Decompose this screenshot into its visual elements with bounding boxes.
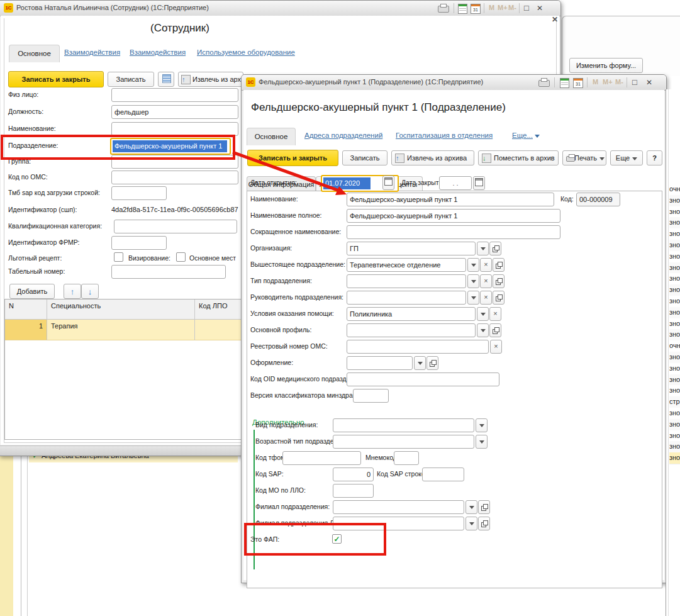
department-window-titlebar[interactable]: 1С Фельдшерско-акушерный пункт 1 (Подраз…: [242, 75, 666, 91]
calendar-icon[interactable]: 31: [573, 78, 583, 88]
field-input[interactable]: [111, 236, 167, 250]
help-button[interactable]: ?: [647, 150, 662, 165]
list-row-fragment[interactable]: зно: [669, 408, 680, 420]
open-icon-button[interactable]: [489, 242, 501, 255]
list-row-fragment[interactable]: зно: [669, 430, 680, 442]
department-tab-1[interactable]: Адреса подразделений: [304, 132, 382, 139]
employee-tab-0[interactable]: Основное: [9, 45, 60, 62]
field-input[interactable]: Фельдшерско-акушерный пункт 1: [347, 209, 560, 223]
code-field[interactable]: 00-000009: [576, 193, 620, 206]
close-date-field[interactable]: . .: [439, 176, 472, 190]
print-icon[interactable]: [538, 80, 550, 87]
column-header[interactable]: Специальность: [47, 300, 195, 320]
list-row-fragment[interactable]: зно: [669, 296, 680, 308]
list-row-fragment[interactable]: зно: [669, 228, 680, 240]
list-row-fragment[interactable]: зно: [669, 385, 680, 397]
field-input[interactable]: [333, 484, 374, 498]
memory-m-icon[interactable]: M: [489, 4, 494, 11]
open-icon-button[interactable]: [493, 291, 504, 305]
underlay-selected-row[interactable]: ✓ Андреева Екатерина Витальевна: [29, 456, 238, 462]
print-icon[interactable]: [438, 6, 449, 13]
benefit-recipe-checkbox[interactable]: [114, 252, 123, 262]
employee-tab-2[interactable]: Взаимодействия: [130, 48, 186, 56]
field-input[interactable]: [347, 356, 413, 370]
memory-mplus-icon[interactable]: M+: [603, 78, 613, 86]
calendar-icon-button[interactable]: [473, 176, 485, 190]
list-row-fragment[interactable]: зно: [669, 240, 680, 252]
list-row-fragment[interactable]: зно: [669, 217, 680, 229]
department-tab-0[interactable]: Основное: [247, 128, 296, 145]
open-icon-button[interactable]: [493, 274, 504, 288]
calculator-icon[interactable]: [560, 78, 569, 88]
department-tab-2[interactable]: Госпитализация в отделения: [396, 132, 493, 139]
calendar-icon[interactable]: 31: [471, 4, 481, 14]
dd-icon-button[interactable]: [477, 242, 489, 255]
dd-icon-button[interactable]: [465, 517, 477, 530]
open-date-field-focused[interactable]: 01.07.2020: [321, 175, 399, 192]
stack-icon-button[interactable]: [158, 72, 174, 87]
save-close-button[interactable]: Записать и закрыть: [8, 71, 104, 87]
open-icon-button[interactable]: [493, 258, 504, 272]
extract-archive-button[interactable]: ↑ Извлечь из архива: [391, 150, 474, 165]
save-close-button[interactable]: Записать и закрыть: [247, 150, 338, 166]
field-input[interactable]: [333, 435, 474, 449]
field-input[interactable]: [114, 220, 237, 233]
put-archive-button[interactable]: ↓ Поместить в архив: [478, 150, 559, 165]
table-row-cell[interactable]: Терапия: [47, 320, 195, 340]
field-input[interactable]: [333, 500, 464, 514]
list-row-fragment[interactable]: зно: [669, 262, 680, 274]
field-input[interactable]: [111, 186, 167, 200]
save-button[interactable]: Записать: [108, 72, 154, 87]
list-row-fragment[interactable]: зно: [669, 284, 680, 296]
field-input[interactable]: 0: [333, 468, 374, 481]
field-input[interactable]: [347, 291, 466, 305]
list-row-fragment[interactable]: зно: [669, 352, 680, 364]
dd-icon-button[interactable]: [477, 307, 489, 321]
dd-icon-button[interactable]: [476, 418, 488, 432]
list-row-fragment[interactable]: стр: [669, 396, 680, 408]
list-row-fragment[interactable]: зно: [669, 419, 680, 431]
clear-icon-button[interactable]: ×: [489, 307, 501, 321]
field-input[interactable]: [394, 451, 419, 465]
field-input[interactable]: [347, 340, 489, 354]
field-input[interactable]: [347, 274, 466, 288]
field-input[interactable]: [347, 323, 476, 337]
save-button[interactable]: Записать: [342, 150, 387, 165]
column-header[interactable]: Код ЛПО: [195, 300, 242, 320]
dd-icon-button[interactable]: [476, 435, 488, 449]
field-input[interactable]: [422, 468, 464, 481]
column-header[interactable]: N: [5, 300, 47, 320]
visa-checkbox[interactable]: [176, 252, 186, 262]
field-input[interactable]: ГП: [347, 242, 476, 255]
list-row-fragment[interactable]: зно: [669, 318, 680, 330]
dd-icon-button[interactable]: [467, 274, 479, 288]
memory-mminus-icon[interactable]: M-: [615, 78, 623, 86]
right-list-strip[interactable]: очнзнознознознознознознознознознознозноз…: [666, 89, 680, 616]
list-row-fragment[interactable]: очн: [669, 184, 680, 196]
dd-icon-button[interactable]: [467, 258, 479, 272]
memory-mminus-icon[interactable]: M-: [508, 4, 516, 11]
list-row-fragment[interactable]: зно: [669, 307, 680, 319]
field-input[interactable]: [333, 418, 474, 432]
field-input[interactable]: [347, 372, 499, 386]
employee-tab-1[interactable]: Взаимодействия: [64, 48, 120, 56]
list-row-fragment[interactable]: зно: [669, 441, 680, 453]
field-input[interactable]: [111, 265, 226, 279]
field-input[interactable]: [353, 389, 389, 403]
table-row-cell[interactable]: [195, 320, 242, 340]
more-button[interactable]: Еще: [610, 150, 643, 165]
extract-archive-button[interactable]: ↑ Извлечь из архива: [178, 72, 243, 87]
list-row-fragment[interactable]: зно: [669, 195, 680, 207]
open-icon-button[interactable]: [426, 356, 438, 370]
field-input[interactable]: [282, 451, 361, 465]
close-icon[interactable]: ✕: [552, 15, 558, 24]
add-row-button[interactable]: Добавить: [9, 284, 55, 299]
list-row-fragment[interactable]: зно: [669, 329, 680, 341]
table-row-cell[interactable]: 1: [5, 320, 47, 340]
list-row-fragment[interactable]: зно: [669, 374, 680, 386]
dd-icon-button[interactable]: [467, 291, 479, 305]
maximize-icon[interactable]: □: [524, 3, 529, 13]
clear-icon-button[interactable]: ×: [490, 340, 502, 354]
open-icon-button[interactable]: [478, 517, 490, 530]
list-row-fragment[interactable]: зно: [669, 251, 680, 263]
